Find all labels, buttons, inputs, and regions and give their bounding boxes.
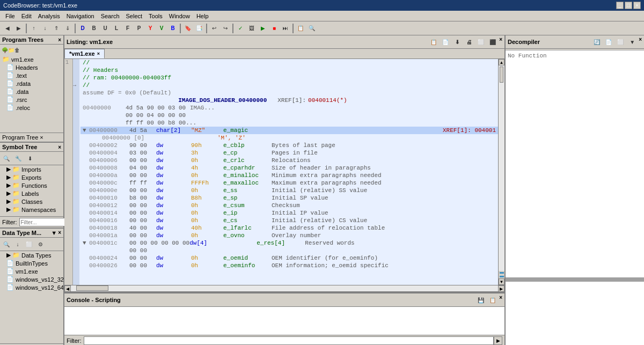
- nav-btn3[interactable]: ⇑: [51, 23, 62, 34]
- menu-window[interactable]: Window: [166, 12, 193, 20]
- listing-btn4[interactable]: 🖨: [464, 36, 474, 47]
- scroll-thumb[interactable]: [500, 67, 503, 83]
- sym-functions[interactable]: ▶ 📁 Functions: [0, 181, 63, 189]
- extra-btn2[interactable]: 🔍: [306, 23, 317, 34]
- decompiler-btn2[interactable]: 📄: [603, 36, 614, 47]
- img-btn[interactable]: 🖼: [246, 23, 257, 34]
- asm-e-ovno[interactable]: 0040001a 00 00 dw 0h e_ovno Overlay numb…: [80, 232, 498, 239]
- decompiler-close[interactable]: ×: [639, 36, 642, 47]
- dt-btn4[interactable]: ⚙: [35, 239, 46, 249]
- arr-btn[interactable]: Y: [145, 23, 156, 34]
- dt-win64[interactable]: 📄 windows_vs12_64: [0, 283, 63, 291]
- dt-btn1[interactable]: 🔍: [1, 239, 12, 249]
- hscroll-left-btn[interactable]: ◀: [64, 285, 71, 292]
- nav-btn2[interactable]: ↓: [40, 23, 50, 34]
- symbol-tree-close[interactable]: ×: [58, 144, 61, 150]
- b2-btn[interactable]: B: [167, 23, 178, 34]
- decompiler-btn1[interactable]: 🔄: [591, 36, 602, 47]
- assembly-listing[interactable]: → // // Headers // ram: 00400000-004003f…: [73, 59, 498, 285]
- menu-navigation[interactable]: Navigation: [63, 12, 98, 20]
- scroll-down-btn[interactable]: ▼: [499, 278, 504, 285]
- console-filter-btn[interactable]: ▶: [494, 336, 502, 345]
- decompiler-splitter[interactable]: [506, 277, 644, 282]
- data-type-content[interactable]: ▶ 📁 Data Types 📄 BuiltInTypes 📄 vm1.exe …: [0, 251, 63, 343]
- asm-e-oemid[interactable]: 00400024 00 00 dw 0h e_oemid OEM identif…: [80, 254, 498, 262]
- sym-labels[interactable]: ▶ 📁 Labels: [0, 189, 63, 197]
- listing-btn1[interactable]: 📋: [428, 36, 439, 47]
- listing-tab-vm1[interactable]: *vm1.exe ×: [64, 49, 105, 58]
- func-btn[interactable]: F: [122, 23, 133, 34]
- asm-e-cs[interactable]: 00400016 00 00 dw 0h e_cs Initial (relat…: [80, 217, 498, 224]
- window-controls[interactable]: _ □ ×: [616, 2, 641, 9]
- undefined-btn[interactable]: U: [100, 23, 111, 34]
- sym-imports[interactable]: ▶ 📁 Imports: [0, 165, 63, 173]
- asm-e-lfarlc[interactable]: 00400018 40 00 dw 40h e_lfarlc File addr…: [80, 224, 498, 232]
- asm-e-cparhdr[interactable]: 00400008 04 00 dw 4h e_cparhdr Size of h…: [80, 164, 498, 172]
- console-copy-btn[interactable]: 📋: [487, 295, 498, 305]
- menu-help[interactable]: Help: [193, 12, 212, 20]
- byte-btn[interactable]: B: [89, 23, 99, 34]
- dt-vm1exe[interactable]: 📄 vm1.exe: [0, 267, 63, 275]
- step-btn[interactable]: ⏭: [280, 23, 291, 34]
- listing-btn2[interactable]: 📄: [440, 36, 451, 47]
- console-content[interactable]: [64, 307, 504, 335]
- v-btn[interactable]: V: [156, 23, 167, 34]
- extra-btn1[interactable]: 📋: [295, 23, 306, 34]
- close-btn[interactable]: ×: [633, 2, 641, 9]
- hscroll-track[interactable]: [71, 285, 498, 291]
- asm-e-magic[interactable]: ▼ 00400000 4d 5a char[2] "MZ" e_magic XR…: [80, 127, 498, 134]
- sym-namespaces[interactable]: ▶ 📁 Namespaces: [0, 205, 63, 214]
- ptr-btn[interactable]: P: [134, 23, 144, 34]
- minimize-btn[interactable]: _: [616, 2, 624, 9]
- program-tree-tab[interactable]: Program Tree ×: [0, 133, 63, 142]
- asm-e-res[interactable]: ▼ 0040001c 00 00 00 00 00 00 dw[4] e_res…: [80, 239, 498, 247]
- asm-e-ss[interactable]: 0040000e 00 00 dw 0h e_ss Initial (relat…: [80, 187, 498, 194]
- forward-btn[interactable]: ▶: [13, 23, 24, 34]
- bookmark2-btn[interactable]: 📑: [194, 23, 204, 34]
- tree-item-data[interactable]: 📄 .data: [0, 87, 63, 96]
- asm-e-crlc[interactable]: 00400006 00 00 dw 0h e_crlc Relocations: [80, 157, 498, 164]
- listing-btn6[interactable]: ⬛: [487, 36, 498, 47]
- tree-item-rdata[interactable]: 📄 .rdata: [0, 79, 63, 87]
- undo-btn[interactable]: ↩: [209, 23, 219, 34]
- sym-filter-btn[interactable]: 🔧: [13, 153, 24, 164]
- dt-datatypes[interactable]: ▶ 📁 Data Types: [0, 251, 63, 259]
- sym-exports[interactable]: ▶ 📁 Exports: [0, 173, 63, 181]
- asm-e-oeminfo[interactable]: 00400026 00 00 dw 0h e_oeminfo OEM infor…: [80, 262, 498, 269]
- menu-edit[interactable]: Edit: [18, 12, 35, 20]
- listing-btn5[interactable]: ⬜: [475, 36, 486, 47]
- scroll-up-btn[interactable]: ▲: [499, 59, 504, 65]
- dt-btn3[interactable]: ⬜: [24, 239, 34, 249]
- menu-search[interactable]: Search: [98, 12, 123, 20]
- sym-create-btn[interactable]: 🔍: [1, 153, 12, 164]
- bookmark-btn[interactable]: 🔖: [182, 23, 193, 34]
- asm-e-minalloc[interactable]: 0040000a 00 00 dw 0h e_minalloc Minimum …: [80, 172, 498, 179]
- decompiler-content[interactable]: No Function: [506, 50, 644, 277]
- label-btn[interactable]: L: [111, 23, 122, 34]
- menu-file[interactable]: File: [2, 12, 18, 20]
- back-btn[interactable]: ◀: [2, 23, 13, 34]
- program-trees-content[interactable]: 🌳📁🗑 📁 vm1.exe 📄 Headers 📄 .text 📄 .rdata: [0, 45, 63, 133]
- collapse-icon-2[interactable]: ▼: [83, 240, 89, 246]
- asm-e-ip[interactable]: 00400014 00 00 dw 0h e_ip Initial IP val…: [80, 209, 498, 217]
- tree-item-reloc[interactable]: 📄 .reloc: [0, 104, 63, 112]
- maximize-btn[interactable]: □: [625, 2, 632, 9]
- scroll-track[interactable]: [499, 65, 504, 271]
- asm-e-cblp[interactable]: 00400002 90 00 dw 90h e_cblp Bytes of la…: [80, 142, 498, 149]
- menu-select[interactable]: Select: [123, 12, 146, 20]
- tree-toolbar[interactable]: 🌳📁🗑: [0, 45, 21, 55]
- run-btn[interactable]: ▶: [258, 23, 268, 34]
- data-type-menu-btn[interactable]: ▼: [51, 230, 57, 236]
- nav-btn4[interactable]: ⇓: [62, 23, 73, 34]
- decompiler-btn3[interactable]: ⬜: [615, 36, 626, 47]
- nav-btn1[interactable]: ↑: [28, 23, 39, 34]
- listing-btn3[interactable]: ⬇: [452, 36, 463, 47]
- asm-e-maxalloc[interactable]: 0040000c ff ff dw FFFFh e_maxalloc Maxim…: [80, 179, 498, 187]
- asm-e-sp[interactable]: 00400010 b8 00 dw B8h e_sp Initial SP va…: [80, 194, 498, 202]
- check-btn[interactable]: ✓: [235, 23, 246, 34]
- sym-classes[interactable]: ▶ 📁 Classes: [0, 197, 63, 205]
- asm-e-csum[interactable]: 00400012 00 00 dw 0h e_csum Checksum: [80, 202, 498, 209]
- disasm-btn[interactable]: D: [77, 23, 88, 34]
- hscroll-thumb[interactable]: [76, 285, 108, 291]
- listing-tab-close[interactable]: ×: [97, 51, 100, 56]
